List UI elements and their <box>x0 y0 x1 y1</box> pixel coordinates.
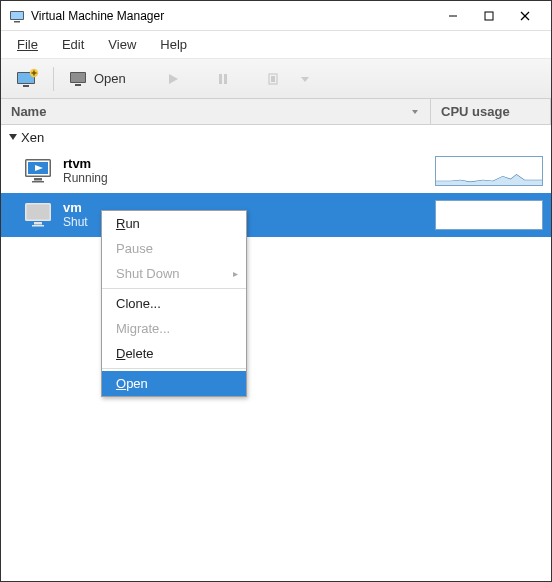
maximize-button[interactable] <box>471 2 507 30</box>
context-run[interactable]: Run <box>102 211 246 236</box>
context-delete[interactable]: Delete <box>102 341 246 366</box>
window-controls <box>435 2 543 30</box>
host-name: Xen <box>21 130 44 145</box>
shutdown-dropdown[interactable] <box>294 70 316 88</box>
pause-button[interactable] <box>210 68 236 90</box>
svg-marker-23 <box>9 134 17 140</box>
expand-caret-icon[interactable] <box>7 131 19 143</box>
cpu-cell <box>431 196 551 234</box>
menu-file[interactable]: File <box>7 35 48 54</box>
open-vm-button[interactable]: Open <box>62 65 132 93</box>
svg-rect-14 <box>71 73 85 82</box>
context-open[interactable]: Open <box>102 371 246 396</box>
sort-indicator-icon <box>410 107 420 117</box>
svg-marker-16 <box>169 74 178 84</box>
column-name[interactable]: Name <box>1 99 431 124</box>
app-icon <box>9 8 25 24</box>
svg-marker-22 <box>412 110 418 114</box>
vm-shutoff-icon <box>23 201 55 229</box>
svg-marker-21 <box>301 77 309 82</box>
svg-rect-1 <box>11 12 23 19</box>
cpu-graph <box>435 156 543 186</box>
close-button[interactable] <box>507 2 543 30</box>
context-separator <box>102 368 246 369</box>
toolbar-separator <box>53 67 54 91</box>
svg-rect-32 <box>27 205 50 220</box>
context-pause: Pause <box>102 236 246 261</box>
submenu-arrow-icon: ▸ <box>233 268 238 279</box>
context-menu: Run Pause Shut Down▸ Clone... Migrate...… <box>101 210 247 397</box>
svg-rect-18 <box>224 74 227 84</box>
vm-text: rtvm Running <box>63 157 431 186</box>
svg-rect-28 <box>34 178 42 181</box>
svg-rect-20 <box>271 76 275 82</box>
vm-running-icon <box>23 157 55 185</box>
run-button[interactable] <box>160 68 186 90</box>
vm-row-vm[interactable]: vm Shut <box>1 193 551 237</box>
column-headers: Name CPU usage <box>1 99 551 125</box>
new-vm-button[interactable] <box>9 64 45 94</box>
column-name-label: Name <box>11 104 46 119</box>
svg-rect-29 <box>32 181 44 183</box>
menu-help[interactable]: Help <box>150 35 197 54</box>
context-shutdown: Shut Down▸ <box>102 261 246 286</box>
host-row[interactable]: Xen <box>1 125 551 149</box>
vm-name: rtvm <box>63 157 431 172</box>
menu-bar: File Edit View Help <box>1 31 551 59</box>
cpu-graph-empty <box>435 200 543 230</box>
vm-row-rtvm[interactable]: rtvm Running <box>1 149 551 193</box>
svg-rect-33 <box>34 222 42 225</box>
menu-view[interactable]: View <box>98 35 146 54</box>
window-title: Virtual Machine Manager <box>31 9 435 23</box>
toolbar: Open <box>1 59 551 99</box>
column-cpu-label: CPU usage <box>441 104 510 119</box>
open-label: Open <box>94 71 126 86</box>
cpu-cell <box>431 152 551 190</box>
column-cpu[interactable]: CPU usage <box>431 99 551 124</box>
context-separator <box>102 288 246 289</box>
svg-rect-9 <box>23 85 29 87</box>
shutdown-button[interactable] <box>260 68 286 90</box>
context-migrate: Migrate... <box>102 316 246 341</box>
context-clone[interactable]: Clone... <box>102 291 246 316</box>
title-bar: Virtual Machine Manager <box>1 1 551 31</box>
vm-tree: Xen rtvm Running vm Shut <box>1 125 551 237</box>
svg-rect-4 <box>485 12 493 20</box>
vm-status: Running <box>63 172 431 186</box>
svg-rect-34 <box>32 225 44 227</box>
svg-rect-15 <box>75 84 81 86</box>
svg-rect-17 <box>219 74 222 84</box>
minimize-button[interactable] <box>435 2 471 30</box>
svg-rect-2 <box>14 21 20 23</box>
menu-edit[interactable]: Edit <box>52 35 94 54</box>
